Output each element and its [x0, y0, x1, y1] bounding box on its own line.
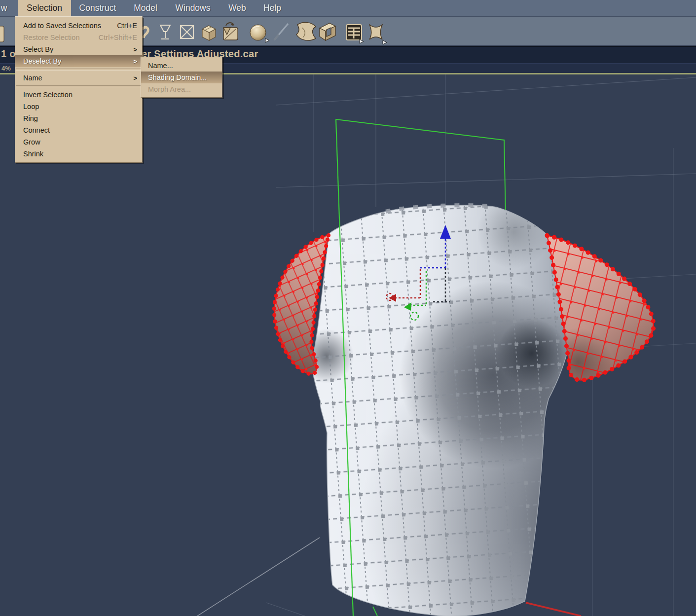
deselect-by-submenu: Name... Shading Domain... Morph Area...	[141, 57, 222, 98]
twist-deformer-icon[interactable]	[296, 22, 316, 40]
menu-item-selection[interactable]: Selection	[18, 0, 71, 16]
menu-item-help[interactable]: Help	[259, 0, 286, 16]
bend-deformer-icon[interactable]	[369, 25, 387, 44]
menu-item-windows[interactable]: Windows	[170, 0, 216, 16]
flyout-arrow-icon[interactable]	[265, 38, 269, 42]
menu-bar: w Selection Construct Model Windows Web …	[0, 0, 696, 17]
menu-item-label: Name...	[148, 62, 173, 70]
submenu-arrow-icon: >	[133, 46, 137, 53]
flyout-arrow-icon[interactable]	[383, 40, 387, 44]
carrara-vertex-modeler-window: { "menu_bar": { "partial_left_item": "w"…	[0, 0, 696, 616]
lattice-icon[interactable]	[346, 25, 364, 43]
menu-item-invert-selection[interactable]: Invert Selection	[15, 89, 142, 101]
hook-tool-icon[interactable]	[142, 27, 148, 38]
zoom-percentage[interactable]: 4%	[1, 65, 11, 72]
menu-item-label: Restore Selection	[23, 34, 79, 41]
menu-item-ring[interactable]: Ring	[15, 112, 142, 124]
menu-item-shortcut: Ctrl+E	[117, 22, 137, 30]
menu-item-add-to-saved-selections[interactable]: Add to Saved Selections Ctrl+E	[15, 20, 142, 32]
partial-left-tool-icon[interactable]	[0, 26, 4, 42]
menu-item-label: Morph Area...	[148, 85, 191, 93]
menu-item-web[interactable]: Web	[225, 0, 250, 16]
submenu-item-morph-area[interactable]: Morph Area...	[141, 83, 222, 95]
menu-item-deselect-by[interactable]: Deselect By >	[15, 55, 142, 67]
submenu-arrow-icon: >	[133, 74, 137, 82]
menu-item-label: Select By	[23, 45, 53, 53]
extrude-icon[interactable]	[320, 23, 335, 40]
menu-item-partial-left[interactable]: w	[0, 0, 8, 16]
menu-item-shortcut: Ctrl+Shift+E	[99, 34, 137, 41]
wine-glass-icon[interactable]	[160, 25, 170, 39]
menu-item-label: Deselect By	[23, 57, 61, 65]
menu-item-label: Connect	[23, 126, 50, 134]
bag-icon[interactable]	[223, 23, 238, 40]
menu-item-connect[interactable]: Connect	[15, 124, 142, 136]
menu-item-select-by[interactable]: Select By >	[15, 43, 142, 55]
menu-item-label: Loop	[23, 103, 39, 110]
selection-menu-dropdown: Add to Saved Selections Ctrl+E Restore S…	[15, 16, 143, 163]
menu-item-label: Add to Saved Selections	[23, 22, 101, 30]
submenu-arrow-icon: >	[133, 58, 137, 65]
flyout-arrow-icon[interactable]	[360, 39, 364, 43]
menu-item-label: Invert Selection	[23, 91, 73, 99]
menu-item-label: Grow	[23, 138, 40, 146]
menu-item-label: Name	[23, 74, 42, 82]
sphere-icon[interactable]	[250, 25, 269, 42]
cube-icon[interactable]	[202, 26, 216, 40]
menu-item-shrink[interactable]: Shrink	[15, 148, 142, 160]
menu-item-label: Ring	[23, 114, 38, 122]
knife-icon[interactable]	[274, 24, 288, 40]
menu-item-model[interactable]: Model	[129, 0, 162, 16]
menu-item-loop[interactable]: Loop	[15, 101, 142, 112]
menu-item-construct[interactable]: Construct	[74, 0, 121, 16]
menu-item-grow[interactable]: Grow	[15, 136, 142, 148]
menu-item-restore-selection[interactable]: Restore Selection Ctrl+Shift+E	[15, 32, 142, 43]
menu-separator	[16, 85, 141, 87]
menu-item-label: Shading Domain...	[148, 73, 207, 81]
menu-item-label: Shrink	[23, 150, 43, 158]
delete-crossed-box-icon[interactable]	[181, 26, 193, 38]
menu-item-name[interactable]: Name >	[15, 72, 142, 84]
submenu-item-name[interactable]: Name...	[141, 60, 222, 72]
submenu-item-shading-domain[interactable]: Shading Domain...	[141, 72, 222, 83]
torso-wireframe[interactable]	[311, 205, 567, 616]
menu-separator	[16, 69, 141, 71]
